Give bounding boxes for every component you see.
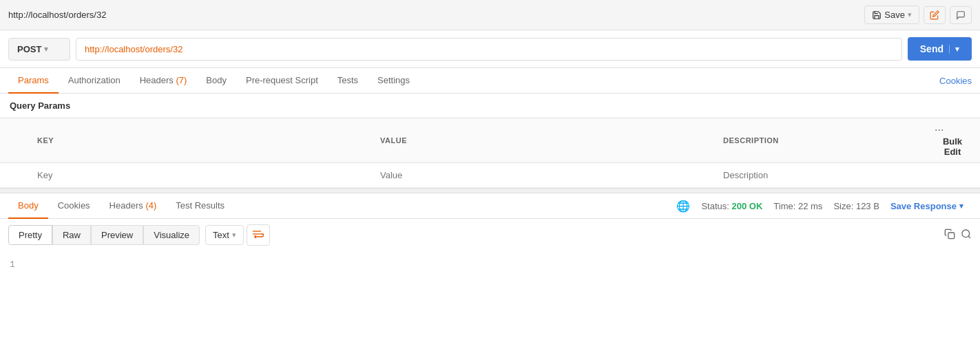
size-label: Size: 123 B xyxy=(833,201,879,211)
tab-settings[interactable]: Settings xyxy=(368,68,419,94)
code-area: 1 xyxy=(0,251,980,278)
edit-icon-button[interactable] xyxy=(924,6,946,24)
tab-test-results[interactable]: Test Results xyxy=(166,193,234,219)
method-select[interactable]: POST ▾ xyxy=(8,38,70,61)
tab-response-body[interactable]: Body xyxy=(8,193,48,219)
params-table: KEY VALUE DESCRIPTION ··· Bulk Edit xyxy=(0,118,980,188)
save-button[interactable]: Save ▾ xyxy=(864,6,919,24)
response-status: 🌐 Status: 200 OK Time: 22 ms Size: 123 B… xyxy=(668,200,972,213)
method-value: POST xyxy=(17,44,41,54)
col-header-key: KEY xyxy=(28,118,371,163)
tab-params[interactable]: Params xyxy=(8,68,59,94)
search-icon xyxy=(961,228,972,240)
svg-line-4 xyxy=(968,236,970,238)
format-tabs: Pretty Raw Preview Visualize Text ▾ xyxy=(0,219,278,251)
description-cell xyxy=(713,163,925,188)
search-button[interactable] xyxy=(961,228,972,242)
line-number-1: 1 xyxy=(10,259,15,270)
top-bar-actions: Save ▾ xyxy=(864,6,972,24)
copy-button[interactable] xyxy=(944,228,955,242)
tab-prerequest[interactable]: Pre-request Script xyxy=(236,68,328,94)
headers-badge: (7) xyxy=(176,75,187,85)
svg-rect-2 xyxy=(948,233,955,239)
response-tabs-left: Body Cookies Headers (4) Test Results xyxy=(8,193,234,218)
size-value: 123 B xyxy=(856,201,879,211)
url-input[interactable] xyxy=(76,38,902,61)
url-bar: POST ▾ Send ▾ xyxy=(0,30,980,68)
line-numbers: 1 xyxy=(10,259,15,270)
copy-icon xyxy=(944,228,955,240)
col-header-value: VALUE xyxy=(371,118,713,163)
value-cell xyxy=(371,163,713,188)
save-response-button[interactable]: Save Response ▾ xyxy=(890,201,963,211)
tab-response-cookies[interactable]: Cookies xyxy=(48,193,100,219)
tab-tests[interactable]: Tests xyxy=(328,68,368,94)
globe-icon: 🌐 xyxy=(676,200,690,213)
format-tab-raw[interactable]: Raw xyxy=(52,225,91,245)
section-divider xyxy=(0,188,980,193)
send-chevron-icon: ▾ xyxy=(949,45,959,54)
format-tab-visualize[interactable]: Visualize xyxy=(143,225,200,245)
tab-authorization[interactable]: Authorization xyxy=(59,68,130,94)
response-headers-badge: (4) xyxy=(145,200,156,211)
cookies-link[interactable]: Cookies xyxy=(939,69,972,93)
key-input[interactable] xyxy=(37,170,361,180)
tab-body[interactable]: Body xyxy=(196,68,236,94)
tab-response-headers[interactable]: Headers (4) xyxy=(100,193,167,219)
time-value: 22 ms xyxy=(798,201,822,211)
status-label: Status: 200 OK xyxy=(701,201,762,211)
top-bar: http://localhost/orders/32 Save ▾ xyxy=(0,0,980,30)
table-row xyxy=(0,163,980,188)
request-tabs: Params Authorization Headers (7) Body Pr… xyxy=(0,68,980,94)
time-label: Time: 22 ms xyxy=(773,201,822,211)
status-value: 200 OK xyxy=(732,201,763,211)
description-input[interactable] xyxy=(723,170,915,180)
top-bar-url: http://localhost/orders/32 xyxy=(8,10,106,20)
value-input[interactable] xyxy=(380,170,704,180)
save-icon xyxy=(872,10,882,20)
key-cell xyxy=(28,163,371,188)
send-button[interactable]: Send ▾ xyxy=(908,37,972,61)
word-wrap-button[interactable] xyxy=(247,224,270,246)
comment-icon-button[interactable] xyxy=(950,6,972,24)
edit-icon xyxy=(930,10,939,20)
col-header-actions: ··· Bulk Edit xyxy=(925,118,980,163)
query-params-section: Query Params KEY VALUE DESCRIPTION ··· B… xyxy=(0,94,980,188)
view-mode-tabs: Pretty Raw Preview Visualize xyxy=(8,225,200,245)
code-content[interactable] xyxy=(23,259,970,270)
request-tabs-left: Params Authorization Headers (7) Body Pr… xyxy=(8,68,419,93)
wrap-icon xyxy=(253,229,264,239)
format-tab-preview[interactable]: Preview xyxy=(91,225,143,245)
bulk-edit-button[interactable]: Bulk Edit xyxy=(935,136,970,157)
format-tab-pretty[interactable]: Pretty xyxy=(8,225,52,245)
query-params-header: Query Params xyxy=(0,94,980,118)
tab-headers[interactable]: Headers (7) xyxy=(130,68,197,94)
more-options-button[interactable]: ··· xyxy=(935,124,943,136)
text-format-select[interactable]: Text ▾ xyxy=(205,225,244,245)
response-tabs: Body Cookies Headers (4) Test Results 🌐 … xyxy=(0,193,980,219)
col-header-description: DESCRIPTION xyxy=(713,118,925,163)
text-format-chevron-icon: ▾ xyxy=(232,231,236,240)
response-actions-right xyxy=(936,228,980,242)
svg-point-3 xyxy=(962,230,970,237)
comment-icon xyxy=(956,10,966,20)
response-format-bar: Pretty Raw Preview Visualize Text ▾ xyxy=(0,219,980,251)
save-response-chevron-icon: ▾ xyxy=(959,202,963,211)
method-chevron-icon: ▾ xyxy=(44,45,48,54)
